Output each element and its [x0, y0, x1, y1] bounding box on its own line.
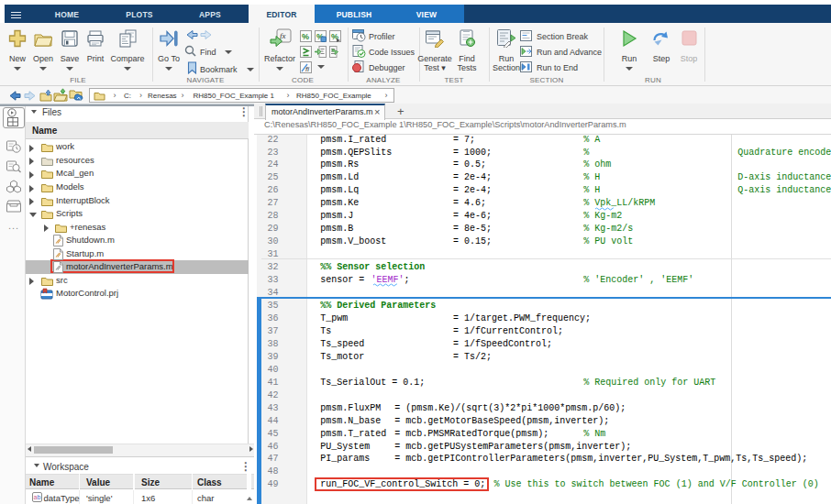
- svg-text:b: b: [37, 494, 40, 500]
- svg-text:fi: fi: [305, 65, 309, 73]
- svg-text:fx: fx: [280, 31, 286, 40]
- svg-text:%: %: [302, 32, 309, 41]
